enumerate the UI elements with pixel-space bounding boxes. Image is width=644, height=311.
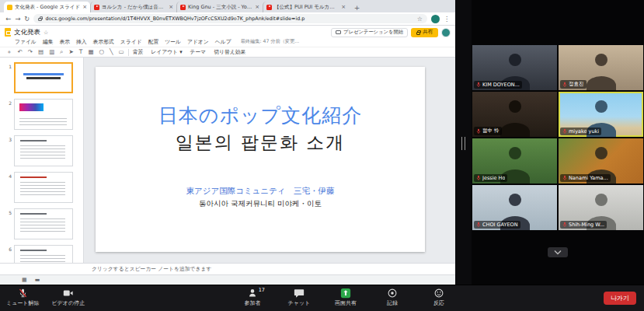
collapse-videos-button[interactable] (548, 247, 568, 257)
menu-item-2[interactable]: 表示 (59, 38, 70, 46)
select-icon[interactable]: ➤ (68, 49, 73, 55)
reload-icon[interactable]: ↻ (24, 16, 30, 23)
slide-thumbnail[interactable]: 3 (5, 135, 83, 166)
browser-tab[interactable]: ヨルシカ - だから僕は音楽を辞めた... × (90, 2, 176, 12)
line-icon[interactable]: ╲ (110, 49, 113, 55)
current-slide[interactable]: 日本のポップ文化紹介 일본의 팝문화 소개 東アジア国際コミュニティ 三宅・伊藤… (96, 67, 425, 252)
youtube-favicon (94, 5, 99, 10)
bookmark-star-icon[interactable]: ☆ (417, 16, 423, 23)
grid-view-icon[interactable]: ▦ (22, 278, 27, 283)
record-button[interactable]: 記録 (379, 288, 406, 307)
participant-name: 畠中 怜 (482, 128, 500, 135)
slides-logo-icon[interactable] (5, 28, 11, 37)
slide-thumbnail[interactable]: 1 (5, 62, 83, 93)
slide-subtitle-korean[interactable]: 동아시아 국제커뮤니티 미야케・이토 (199, 199, 322, 209)
menu-item-0[interactable]: ファイル (15, 38, 37, 46)
slide-subtitle-japanese[interactable]: 東アジア国際コミュニティ 三宅・伊藤 (186, 186, 334, 197)
muted-mic-icon (562, 82, 567, 88)
participant-name: 정효진 (569, 81, 584, 88)
redo-icon[interactable]: ↷ (28, 49, 33, 55)
participant-tile[interactable]: Shih-Ming W... (559, 185, 643, 230)
browser-tab[interactable]: King Gnu - 三文小説 - YouTube × (176, 2, 263, 12)
share-button[interactable]: 共有 (411, 28, 438, 37)
slides-header: 文化発表 ☆ プレゼンテーションを開始 共有 (0, 26, 455, 37)
menu-item-6[interactable]: 配置 (148, 38, 159, 46)
present-button[interactable]: プレゼンテーションを開始 (331, 28, 408, 37)
menu-item-8[interactable]: アドオン (187, 38, 209, 46)
present-display-icon (336, 30, 341, 34)
reactions-button[interactable]: 反応 (426, 288, 452, 307)
forward-icon[interactable]: → (15, 16, 20, 23)
slide-title-korean[interactable]: 일본의 팝문화 소개 (176, 131, 346, 155)
tab-close-icon[interactable]: × (169, 4, 173, 10)
toolbar-text-2[interactable]: テーマ (190, 48, 207, 56)
favorite-star-icon[interactable]: ☆ (44, 30, 48, 36)
tab-close-icon[interactable]: × (255, 4, 259, 10)
participants-icon (247, 288, 258, 299)
slides-toolbar: ＋↶↷▤▥⌕➤T▦○╲▭ 背景レイアウト ▾テーマ切り替え効果 (0, 47, 455, 58)
image-icon[interactable]: ▦ (88, 49, 93, 55)
menu-item-4[interactable]: 表示形式 (93, 38, 114, 46)
muted-mic-icon (476, 82, 481, 88)
back-icon[interactable]: ← (5, 16, 11, 23)
shape-icon[interactable]: ○ (99, 49, 104, 55)
participant-tile[interactable]: miyake yuki (559, 92, 643, 137)
unmute-button[interactable]: ミュート解除 (6, 288, 40, 307)
panel-resize-handle[interactable] (461, 137, 465, 150)
browser-menu-icon[interactable]: ⋮ (444, 16, 450, 23)
new-tab-button[interactable]: + (352, 2, 362, 12)
toolbar-text-1[interactable]: レイアウト ▾ (151, 48, 182, 56)
address-bar[interactable]: docs.google.com/presentation/d/1T4HVVX_B… (33, 14, 427, 23)
participant-silhouette-head (509, 100, 521, 113)
muted-mic-icon (476, 222, 481, 228)
slide-thumbnail[interactable]: 5 (5, 208, 83, 239)
microphone-muted-icon (18, 288, 28, 299)
last-edit-status[interactable]: 最終編集: 47 分前（変更... (241, 38, 299, 45)
toolbar-text-3[interactable]: 切り替え効果 (214, 48, 245, 56)
slide-thumbnail[interactable]: 6 (5, 245, 83, 263)
plus-icon[interactable]: ＋ (6, 49, 12, 55)
menu-item-1[interactable]: 編集 (43, 38, 54, 46)
undo-icon[interactable]: ↶ (18, 49, 23, 55)
youtube-favicon (266, 5, 272, 10)
tab-close-icon[interactable]: × (341, 4, 346, 10)
tab-close-icon[interactable]: × (82, 4, 87, 10)
slide-title-japanese[interactable]: 日本のポップ文化紹介 (158, 103, 362, 128)
participant-tile[interactable]: 정효진 (559, 45, 643, 90)
menu-item-7[interactable]: ツール (165, 38, 181, 46)
slide-number: 6 (5, 245, 12, 252)
document-title[interactable]: 文化発表 (14, 28, 40, 37)
zoom-icon[interactable]: ⌕ (60, 49, 63, 55)
participant-tile[interactable]: CHOI GAYEON (472, 185, 557, 230)
browser-tab[interactable]: 【公式】PUI PUI モルカー 第1話... × (263, 2, 349, 12)
share-screen-button[interactable]: 画面共有 (332, 288, 359, 307)
slides-toolbar-text: 背景レイアウト ▾テーマ切り替え効果 (133, 48, 246, 56)
filmstrip-view-icon[interactable]: ▬ (35, 278, 40, 283)
browser-profile-avatar[interactable] (431, 15, 440, 23)
speaker-notes[interactable]: クリックするとスピーカー ノートを追加できます (0, 263, 455, 274)
participant-tile[interactable]: 畠中 怜 (472, 92, 557, 137)
menu-item-5[interactable]: スライド (120, 38, 142, 46)
browser-tab[interactable]: 文化発表 - Google スライド × (4, 2, 90, 12)
print-icon[interactable]: ▤ (38, 49, 44, 55)
menu-item-3[interactable]: 挿入 (76, 38, 87, 46)
participant-tile[interactable]: Nanami Yama... (559, 138, 643, 183)
paint-format-icon[interactable]: ▥ (49, 49, 54, 55)
toolbar-text-0[interactable]: 背景 (133, 48, 144, 56)
shared-screen: 文化発表 - Google スライド × ヨルシカ - だから僕は音楽を辞めた.… (0, 0, 455, 285)
share-screen-icon (340, 288, 351, 299)
slide-thumbnail[interactable]: 2 (5, 99, 83, 130)
slide-number: 4 (5, 172, 12, 179)
slide-canvas: 日本のポップ文化紹介 일본의 팝문화 소개 東アジア国際コミュニティ 三宅・伊藤… (84, 58, 455, 263)
stop-video-button[interactable]: ビデオの停止 (52, 288, 85, 307)
participant-tile[interactable]: KIM DOYEON... (472, 45, 557, 90)
comment-icon[interactable]: ▭ (119, 49, 124, 55)
participants-button[interactable]: 17 参加者 (239, 288, 266, 307)
participant-tile[interactable]: Jessie Ho (472, 138, 557, 183)
leave-meeting-button[interactable]: 나가기 (604, 292, 636, 305)
account-avatar[interactable] (441, 28, 451, 37)
text-box-icon[interactable]: T (79, 49, 83, 55)
chat-button[interactable]: チャット (286, 288, 312, 307)
slide-thumbnail[interactable]: 4 (5, 172, 83, 203)
menu-item-9[interactable]: ヘルプ (215, 38, 231, 46)
